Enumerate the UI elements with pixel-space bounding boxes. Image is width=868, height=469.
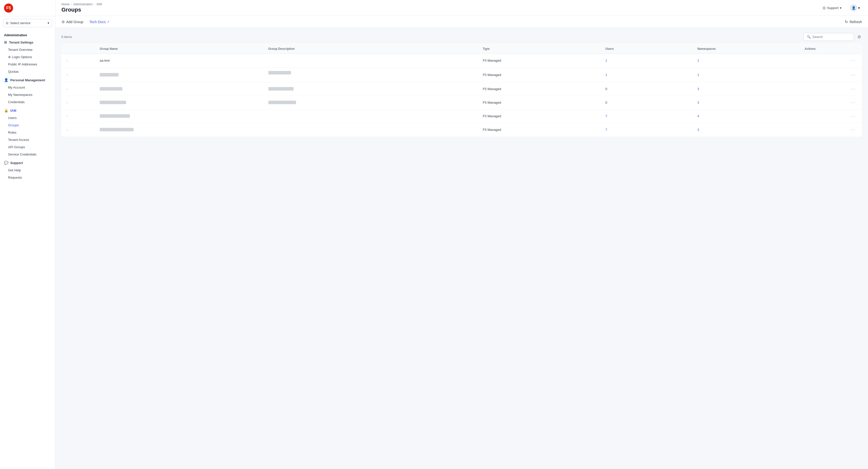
- group-users-cell[interactable]: 0: [601, 82, 693, 96]
- breadcrumb-home[interactable]: Home: [61, 2, 69, 6]
- group-name-cell: redacted-3: [96, 82, 264, 96]
- group-name-cell: redacted-4: [96, 96, 264, 109]
- group-actions-cell[interactable]: ···: [801, 96, 862, 109]
- row-actions-button[interactable]: ···: [848, 72, 858, 78]
- topbar-right: ⊙ Support ▾ 👤 ▾: [820, 3, 862, 13]
- group-type-cell: F5 Managed: [479, 109, 601, 123]
- sidebar-item-quotas[interactable]: Quotas: [0, 68, 55, 75]
- sidebar-item-tenant-overview[interactable]: Tenant Overview: [0, 46, 55, 53]
- group-namespaces-cell[interactable]: 3: [693, 96, 801, 109]
- group-users-cell[interactable]: 1: [601, 54, 693, 67]
- group-actions-cell[interactable]: ···: [801, 54, 862, 67]
- row-expand-button[interactable]: ›: [66, 100, 69, 105]
- row-expand-button[interactable]: ›: [66, 128, 69, 132]
- user-avatar: 👤: [850, 4, 857, 11]
- sidebar-item-credentials[interactable]: Credentials: [0, 98, 55, 106]
- tech-docs-label: Tech Docs: [89, 20, 106, 24]
- chevron-down-icon: ▾: [48, 21, 49, 25]
- iam-icon: 🔒: [4, 108, 8, 112]
- sidebar-item-get-help[interactable]: Get Help: [0, 167, 55, 174]
- sidebar-item-my-account[interactable]: My Account: [0, 84, 55, 91]
- topbar: Home › Administration › IAM Groups ⊙ Sup…: [55, 0, 868, 16]
- group-namespaces-cell[interactable]: 3: [693, 123, 801, 137]
- sidebar-item-users[interactable]: Users: [0, 114, 55, 122]
- col-header-actions: Actions: [801, 44, 862, 54]
- group-desc-cell: [264, 109, 479, 123]
- support-header[interactable]: 💬 Support: [0, 159, 55, 167]
- col-header-expand: [62, 44, 96, 54]
- group-users-cell[interactable]: 7: [601, 109, 693, 123]
- group-actions-cell[interactable]: ···: [801, 67, 862, 82]
- breadcrumb-iam[interactable]: IAM: [96, 2, 102, 6]
- sidebar-item-roles[interactable]: Roles: [0, 129, 55, 136]
- row-expand-button[interactable]: ›: [66, 58, 69, 63]
- support-button[interactable]: ⊙ Support ▾: [820, 4, 844, 12]
- groups-table: Group Name Group Description Type Users …: [61, 44, 862, 137]
- sidebar-item-my-namespaces[interactable]: My Namespaces: [0, 91, 55, 98]
- iam-header[interactable]: 🔒 IAM: [0, 107, 55, 114]
- group-namespaces-cell[interactable]: 1: [693, 54, 801, 67]
- personal-mgmt-icon: 👤: [4, 78, 8, 82]
- add-group-label: Add Group: [66, 20, 83, 24]
- sidebar-item-requests[interactable]: Requests: [0, 174, 55, 181]
- row-actions-button[interactable]: ···: [848, 86, 858, 92]
- sidebar-item-api-groups[interactable]: API Groups: [0, 143, 55, 151]
- sidebar-item-tenant-access[interactable]: Tenant Access: [0, 136, 55, 143]
- group-type-cell: F5 Managed: [479, 82, 601, 96]
- search-icon: 🔍: [807, 35, 811, 39]
- breadcrumb-administration[interactable]: Administration: [73, 2, 93, 6]
- service-select-dropdown[interactable]: ⊞ Select service ▾: [3, 19, 52, 27]
- sidebar-item-groups[interactable]: Groups: [0, 122, 55, 129]
- row-actions-button[interactable]: ···: [848, 99, 858, 106]
- add-group-button[interactable]: ⊕ Add Group: [61, 20, 83, 24]
- group-users-cell[interactable]: 7: [601, 123, 693, 137]
- group-actions-cell[interactable]: ···: [801, 109, 862, 123]
- row-actions-button[interactable]: ···: [848, 113, 858, 119]
- support-icon: 💬: [4, 161, 8, 165]
- service-select-label: Select service: [10, 21, 30, 25]
- group-namespaces-cell[interactable]: 4: [693, 109, 801, 123]
- row-expand-button[interactable]: ›: [66, 87, 69, 91]
- support-button-label: Support: [827, 6, 839, 10]
- sidebar-group-personal-mgmt: 👤 Personal Management My Account My Name…: [0, 76, 55, 106]
- group-users-cell[interactable]: 0: [601, 96, 693, 109]
- search-input[interactable]: [812, 35, 850, 39]
- breadcrumb: Home › Administration › IAM: [61, 2, 102, 6]
- login-options-icon: ⚙: [8, 55, 11, 59]
- group-name-cell: aa-test: [96, 54, 264, 67]
- admin-section-title: Administration: [0, 30, 55, 38]
- action-bar-left: ⊕ Add Group Tech Docs ↗: [61, 20, 109, 24]
- group-namespaces-cell[interactable]: 3: [693, 82, 801, 96]
- group-actions-cell[interactable]: ···: [801, 82, 862, 96]
- group-namespaces-cell[interactable]: 1: [693, 67, 801, 82]
- group-actions-cell[interactable]: ···: [801, 123, 862, 137]
- refresh-button[interactable]: ↻ Refresh: [845, 20, 862, 24]
- table-toolbar: 6 items 🔍 ⚙: [61, 33, 862, 41]
- breadcrumb-sep-2: ›: [94, 3, 95, 6]
- user-menu-button[interactable]: 👤 ▾: [848, 3, 862, 13]
- group-desc-cell: redacted-desc-4: [264, 96, 479, 109]
- group-type-cell: F5 Managed: [479, 54, 601, 67]
- group-users-cell[interactable]: 1: [601, 67, 693, 82]
- sidebar-item-public-ip[interactable]: Public IP Addresses: [0, 61, 55, 68]
- row-actions-button[interactable]: ···: [848, 127, 858, 133]
- user-icon: 👤: [851, 6, 856, 10]
- group-name-cell: redacted-6: [96, 123, 264, 137]
- plus-circle-icon: ⊕: [61, 20, 65, 24]
- col-header-users: Users: [601, 44, 693, 54]
- sidebar-item-login-options[interactable]: ⚙Login Options: [0, 53, 55, 61]
- tech-docs-link[interactable]: Tech Docs ↗: [89, 20, 109, 24]
- row-expand-button[interactable]: ›: [66, 114, 69, 119]
- col-header-group-name: Group Name: [96, 44, 264, 54]
- search-box[interactable]: 🔍: [804, 33, 854, 41]
- tenant-settings-header[interactable]: ⊞ Tenant Settings: [0, 38, 55, 46]
- row-actions-button[interactable]: ···: [848, 57, 858, 64]
- table-settings-button[interactable]: ⚙: [857, 33, 862, 40]
- personal-management-header[interactable]: 👤 Personal Management: [0, 76, 55, 84]
- group-type-cell: F5 Managed: [479, 67, 601, 82]
- sidebar-item-service-credentials[interactable]: Service Credentials: [0, 151, 55, 158]
- row-expand-button[interactable]: ›: [66, 72, 69, 77]
- refresh-label: Refresh: [849, 20, 862, 24]
- table-row: ›redacted-3redacted-desc-3F5 Managed03··…: [62, 82, 862, 96]
- support-chevron-icon: ▾: [840, 6, 842, 10]
